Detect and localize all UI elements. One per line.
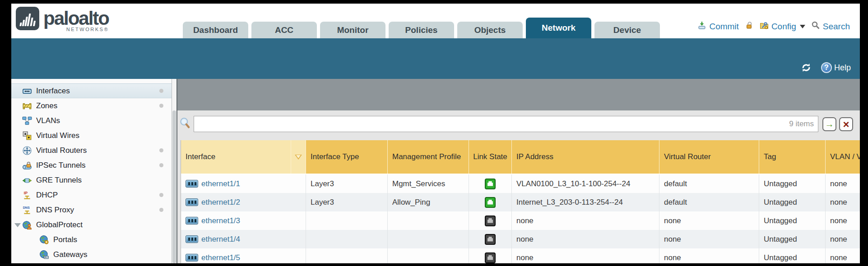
app-window: paloalto NETWORKS® Dashboard ACC Monitor… [11,4,860,263]
sidebar-item-clipped[interactable] [11,262,172,263]
tab-policies[interactable]: Policies [389,22,454,38]
sidebar-item-portals[interactable]: Portals [11,232,172,247]
column-header-interface-type[interactable]: Interface Type [306,140,388,174]
paloalto-logo-icon [16,7,39,30]
interface-link[interactable]: ethernet1/2 [186,198,240,207]
zones-icon [22,101,32,111]
column-header-virtual-router[interactable]: Virtual Router [659,140,759,174]
sidebar-item-ipsec-tunnels[interactable]: IPSec Tunnels [11,158,172,173]
ethernet-interface-icon [186,180,198,188]
commit-button[interactable]: Commit [697,21,738,32]
search-button[interactable]: Search [811,21,850,32]
refresh-icon[interactable] [800,62,812,73]
link-state-icon [485,197,496,208]
help-button[interactable]: ? Help [821,62,851,73]
column-header-management-profile[interactable]: Management Profile [388,140,469,174]
sidebar-item-globalprotect[interactable]: GlobalProtect [11,217,172,232]
network-sidebar: Interfaces Zones VLANs Virtual Wires Vir… [11,79,172,263]
interface-link[interactable]: ethernet1/5 [186,253,240,262]
link-state-icon [485,216,496,226]
status-dot [159,104,163,108]
interfaces-icon [22,86,32,96]
clear-filter-button[interactable]: × [839,117,853,131]
sort-dropdown-icon[interactable] [295,155,302,160]
config-menu[interactable]: Config [760,21,805,32]
sidebar-item-virtual-wires[interactable]: Virtual Wires [11,128,172,143]
tab-objects[interactable]: Objects [457,22,523,38]
apply-filter-button[interactable]: → [822,117,836,131]
ethernet-interface-icon [186,254,198,261]
column-sort-menu[interactable] [291,140,306,174]
gateways-icon [39,250,49,260]
sidebar-item-dns-proxy[interactable]: DNS DNS Proxy [11,202,172,217]
tab-dashboard[interactable]: Dashboard [183,22,248,38]
help-icon: ? [821,62,832,73]
screenshot-frame: paloalto NETWORKS® Dashboard ACC Monitor… [0,0,868,266]
filter-magnifier-icon [179,117,191,129]
globalprotect-icon [22,220,32,230]
status-dot [159,163,163,167]
table-row[interactable]: ethernet1/2 Layer3 Allow_Ping Internet_L… [181,193,860,211]
vlans-icon [22,116,32,126]
interface-link[interactable]: ethernet1/3 [186,216,240,225]
table-row[interactable]: ethernet1/3 none none Untagged none [181,211,860,230]
status-dot [159,193,163,197]
main-panel: Ethernet VLAN Loopback Tunnel SD-WAN 9 i… [177,79,860,263]
status-dot [159,148,163,152]
tab-network[interactable]: Network [526,18,591,38]
ethernet-interface-icon [186,198,198,206]
table-header-row: Interface Interface Type Management Prof… [181,140,860,174]
interfaces-table: Interface Interface Type Management Prof… [181,140,860,263]
filter-field: 9 items [194,116,818,132]
filter-input[interactable] [194,116,818,132]
link-state-icon [485,252,496,263]
virtual-routers-icon [22,146,32,156]
status-dot [159,89,163,93]
lock-button[interactable] [745,21,754,32]
config-icon [760,21,769,32]
dns-proxy-icon: DNS [22,205,32,215]
ipsec-tunnels-icon [22,161,32,170]
interface-link[interactable]: ethernet1/1 [186,179,240,188]
top-header: paloalto NETWORKS® Dashboard ACC Monitor… [11,4,860,38]
paloalto-logo: paloalto NETWORKS® [16,7,109,30]
table-row[interactable]: ethernet1/1 Layer3 Mgmt_Services VLAN010… [181,174,860,193]
column-header-tag[interactable]: Tag [759,140,826,174]
column-header-vlan-virtual-wire[interactable]: VLAN / Virtual-Wire [826,140,860,174]
sidebar-item-virtual-routers[interactable]: Virtual Routers [11,143,172,158]
scrollbar-thumb[interactable] [172,110,176,263]
tab-acc[interactable]: ACC [251,22,317,38]
collapse-arrow-icon[interactable] [14,223,21,227]
portals-icon [39,235,49,245]
sidebar-item-gre-tunnels[interactable]: GRE Tunnels [11,173,172,188]
secondary-bar: ? Help [11,38,860,79]
ethernet-interface-icon [186,235,198,243]
status-dot [159,208,163,212]
sidebar-item-zones[interactable]: Zones [11,98,172,113]
column-header-link-state[interactable]: Link State [469,140,512,174]
sidebar-item-interfaces[interactable]: Interfaces [11,83,172,98]
sidebar-item-dhcp[interactable]: IP DHCP [11,188,172,202]
header-actions: Commit Config Search [697,21,850,32]
sidebar-scrollbar[interactable] [172,79,177,263]
tab-monitor[interactable]: Monitor [320,22,385,38]
table-row[interactable]: ethernet1/5 none none Untagged none [181,248,860,263]
interface-link[interactable]: ethernet1/4 [186,235,240,244]
search-icon [811,21,820,32]
lock-icon [745,21,754,32]
ethernet-interface-icon [186,217,198,225]
table-body: ethernet1/1 Layer3 Mgmt_Services VLAN010… [181,174,860,263]
svg-text:IP: IP [24,190,28,195]
sidebar-item-vlans[interactable]: VLANs [11,113,172,128]
table-row[interactable]: ethernet1/4 none none Untagged none [181,230,860,248]
commit-icon [697,21,706,32]
gre-tunnels-icon [22,175,32,185]
svg-text:DNS: DNS [23,206,30,210]
brand-subtitle: NETWORKS® [66,27,109,32]
dhcp-icon: IP [22,190,32,200]
subtab-band [177,79,860,110]
column-header-interface[interactable]: Interface [181,140,291,174]
tab-device[interactable]: Device [594,22,660,38]
sidebar-item-gateways[interactable]: Gateways [11,247,172,262]
column-header-ip-address[interactable]: IP Address [512,140,659,174]
